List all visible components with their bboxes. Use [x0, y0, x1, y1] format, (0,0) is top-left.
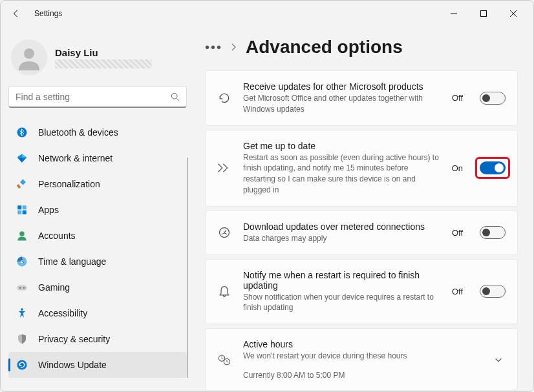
sidebar-item-label: Apps — [38, 205, 59, 215]
notify-restart-icon — [217, 285, 231, 298]
chevron-right-icon — [231, 43, 237, 51]
search-icon — [171, 92, 180, 101]
toggle-metered[interactable] — [480, 226, 506, 239]
user-email-redacted — [55, 59, 152, 68]
other-products-icon — [217, 92, 231, 105]
chevron-down-icon[interactable] — [491, 355, 506, 364]
card-desc: Data charges may apply — [243, 233, 440, 244]
svg-line-24 — [224, 231, 226, 233]
svg-point-5 — [171, 93, 177, 99]
time-icon — [16, 256, 28, 267]
sidebar-item-label: Accounts — [38, 231, 76, 241]
toggle-uptodate[interactable] — [480, 161, 506, 174]
svg-point-13 — [19, 231, 25, 236]
svg-rect-18 — [17, 285, 27, 291]
svg-rect-9 — [17, 205, 21, 209]
back-button[interactable] — [6, 3, 27, 24]
personalization-icon — [16, 178, 28, 190]
toggle-state-label: Off — [452, 228, 463, 238]
svg-rect-8 — [17, 184, 21, 189]
svg-rect-12 — [23, 211, 27, 214]
privacy-icon — [16, 333, 28, 345]
search-input-wrapper[interactable] — [8, 86, 187, 108]
card-desc: Restart as soon as possible (even during… — [243, 152, 440, 196]
toggle-notify-restart[interactable] — [480, 285, 506, 298]
close-button[interactable] — [498, 3, 528, 24]
svg-point-21 — [21, 308, 23, 311]
apps-icon — [16, 204, 28, 216]
sidebar-item-network[interactable]: Network & internet — [8, 145, 187, 171]
svg-rect-1 — [481, 11, 487, 17]
maximize-button[interactable] — [469, 3, 498, 24]
setting-card-active-hours[interactable]: Active hoursWe won't restart your device… — [205, 328, 518, 391]
uptodate-icon — [217, 161, 231, 174]
setting-card-uptodate: Get me up to dateRestart as soon as poss… — [205, 130, 518, 207]
card-extra: Currently 8:00 AM to 5:00 PM — [243, 371, 480, 380]
winupdate-icon — [16, 359, 28, 371]
svg-point-19 — [19, 287, 21, 289]
svg-line-6 — [176, 98, 179, 101]
page-title: Advanced options — [246, 37, 403, 57]
svg-point-20 — [23, 287, 25, 289]
gaming-icon — [16, 282, 28, 293]
sidebar-item-time[interactable]: Time & language — [8, 249, 187, 274]
svg-line-28 — [222, 358, 223, 358]
card-title: Receive updates for other Microsoft prod… — [243, 81, 440, 92]
sidebar-item-label: Bluetooth & devices — [38, 127, 118, 138]
breadcrumb: ••• Advanced options — [205, 37, 518, 57]
metered-icon — [217, 226, 231, 239]
sidebar-item-personalization[interactable]: Personalization — [8, 171, 187, 197]
sidebar-item-label: Time & language — [38, 256, 106, 267]
sidebar-item-label: Accessibility — [38, 308, 87, 318]
card-title: Active hours — [243, 339, 480, 349]
sidebar-item-accounts[interactable]: Accounts — [8, 223, 187, 249]
toggle-state-label: Off — [452, 287, 463, 296]
sidebar-item-privacy[interactable]: Privacy & security — [8, 326, 187, 352]
svg-rect-10 — [23, 205, 27, 209]
accessibility-icon — [16, 307, 28, 319]
svg-rect-11 — [17, 211, 21, 214]
setting-card-notify-restart: Notify me when a restart is required to … — [205, 259, 518, 325]
avatar — [11, 39, 47, 76]
sidebar-item-apps[interactable]: Apps — [8, 197, 187, 223]
sidebar-item-label: Windows Update — [38, 360, 107, 370]
card-desc: Show notification when your device requi… — [243, 292, 440, 314]
sidebar-item-label: Network & internet — [38, 153, 112, 163]
toggle-other-products[interactable] — [480, 92, 506, 105]
svg-point-4 — [24, 48, 34, 59]
card-title: Notify me when a restart is required to … — [243, 270, 440, 291]
breadcrumb-more[interactable]: ••• — [205, 40, 222, 55]
sidebar-item-gaming[interactable]: Gaming — [8, 274, 187, 300]
sidebar-item-label: Gaming — [38, 282, 70, 293]
search-input[interactable] — [16, 92, 171, 102]
toggle-state-label: On — [452, 163, 463, 173]
sidebar-item-label: Privacy & security — [38, 334, 110, 344]
user-name: Daisy Liu — [55, 47, 152, 58]
sidebar-item-label: Personalization — [38, 179, 100, 189]
bluetooth-icon — [16, 127, 28, 138]
sidebar-item-accessibility[interactable]: Accessibility — [8, 300, 187, 326]
profile[interactable]: Daisy Liu — [11, 39, 184, 76]
card-title: Get me up to date — [243, 141, 440, 151]
toggle-state-label: Off — [452, 93, 463, 103]
card-desc: We won't restart your device during thes… — [243, 351, 480, 362]
network-icon — [16, 152, 28, 164]
svg-line-30 — [227, 362, 228, 362]
card-title: Download updates over metered connection… — [243, 222, 440, 232]
accounts-icon — [16, 230, 28, 242]
card-desc: Get Microsoft Office and other updates t… — [243, 93, 440, 115]
svg-point-22 — [17, 360, 27, 370]
window-title: Settings — [34, 9, 62, 18]
sidebar-item-winupdate[interactable]: Windows Update — [8, 352, 187, 378]
sidebar-item-bluetooth[interactable]: Bluetooth & devices — [8, 119, 187, 145]
setting-card-metered: Download updates over metered connection… — [205, 211, 518, 255]
active-hours-icon — [217, 353, 231, 366]
minimize-button[interactable] — [439, 3, 469, 24]
setting-card-other-products: Receive updates for other Microsoft prod… — [205, 70, 518, 126]
